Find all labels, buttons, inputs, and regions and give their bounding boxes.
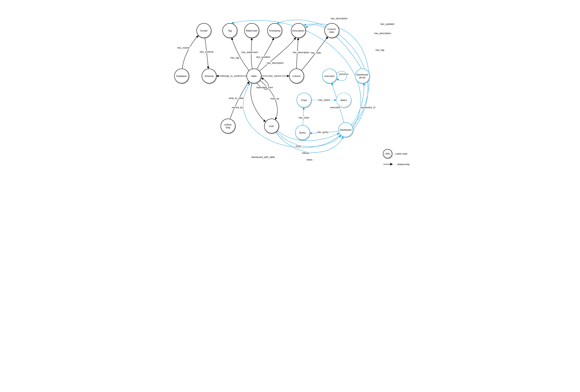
edge-has_tag bbox=[232, 38, 249, 70]
edge-label-has_stats: has_stats bbox=[310, 51, 322, 54]
edge-label-has_query: has_query bbox=[317, 131, 329, 133]
node-user: User bbox=[264, 119, 279, 133]
node-watermark: Watermark bbox=[244, 23, 259, 38]
legend-node-label: LABEL bbox=[385, 153, 390, 155]
node-chart: Chart bbox=[296, 93, 311, 108]
edge-dashboard_with_table bbox=[243, 83, 340, 148]
edge-label-replicated_from: replicated_from bbox=[256, 86, 274, 89]
edge-label-has_description_t: has_description bbox=[266, 62, 284, 64]
legend: LABEL : Label node : relationship bbox=[383, 149, 410, 166]
edge-label-has_cluster: has_cluster bbox=[177, 46, 190, 49]
edge-label-belongs_to_schema: belongs_to_schema bbox=[220, 75, 243, 77]
edge-owned_by bbox=[251, 83, 266, 122]
node-cluster: Cluster bbox=[196, 23, 211, 38]
diagram-canvas: ClusterTagWatermarkTimestampDescriptionC… bbox=[163, 0, 417, 172]
node-column: Column bbox=[289, 69, 304, 83]
node-dashboard_group: Dashboardgroup bbox=[355, 69, 370, 83]
edge-label-owned_by: owned_by bbox=[231, 106, 243, 109]
edge-last_updated bbox=[257, 38, 274, 69]
edge-label-has_tag: has_tag bbox=[230, 57, 239, 59]
edge-label-has_schema: has_schema bbox=[199, 51, 214, 53]
node-schema: Schema bbox=[202, 69, 217, 83]
edge-label-has_description_c: has_description bbox=[292, 51, 310, 54]
edge-label-has_description_d: has_description bbox=[374, 32, 392, 35]
node-dashboard: Dashboard bbox=[338, 122, 353, 137]
legend-arrow-text: : relationship bbox=[396, 163, 410, 166]
edge-label-last_updated: last_updated bbox=[256, 56, 270, 58]
legend-arrow-icon bbox=[383, 162, 394, 166]
legend-node-row: LABEL : Label node bbox=[383, 149, 410, 158]
edge-label-has_metric: has_metric bbox=[318, 99, 331, 101]
legend-node-text: : Label node bbox=[394, 152, 408, 155]
node-execution: execution bbox=[322, 69, 337, 83]
edge-label-has_column: has_column bbox=[268, 75, 282, 77]
node-tag: Tag bbox=[222, 23, 237, 38]
node-table: Table bbox=[247, 69, 261, 83]
edge-label-dashboard_of: dashboard_of bbox=[360, 106, 376, 109]
node-airflow_dag: AirflowDag bbox=[221, 119, 235, 133]
edge-label-has_description_dg: has_description bbox=[330, 17, 348, 20]
edge-label-read_by: read_by bbox=[270, 97, 280, 100]
legend-node-icon: LABEL bbox=[383, 149, 392, 158]
edge-label-dashboard_with_table: dashboard_with_table bbox=[251, 156, 275, 158]
edge-has_schema bbox=[205, 38, 208, 69]
node-database: Database bbox=[174, 69, 189, 83]
node-query: Query bbox=[295, 125, 310, 140]
edge-has_description_t bbox=[259, 37, 295, 71]
edge-label-has_tag_d: has_tag bbox=[375, 49, 384, 51]
node-timestamp: Timestamp bbox=[267, 23, 282, 38]
edge-has_cluster bbox=[182, 36, 198, 69]
edge-write_to_table bbox=[230, 82, 249, 119]
edge-label-has_chart: has_chart bbox=[298, 116, 309, 119]
node-metric: Metric bbox=[336, 93, 351, 108]
edge-label-owns: owns bbox=[295, 145, 301, 147]
edge-label-views: views bbox=[306, 158, 313, 161]
edge-label-follows: follows bbox=[302, 152, 310, 154]
edge-label-previous: previous bbox=[339, 73, 349, 75]
edge-label-has_watermark: has_watermark bbox=[241, 51, 258, 54]
legend-arrow-row: : relationship bbox=[383, 162, 410, 166]
node-column_stats: Columnstats bbox=[324, 23, 339, 38]
edge-label-write_to_table: write_to_table bbox=[228, 97, 244, 100]
node-description: Description bbox=[291, 23, 306, 38]
edge-label-last_updated_d: last_updated bbox=[380, 23, 395, 25]
edge-label-executed: executed bbox=[330, 106, 340, 109]
